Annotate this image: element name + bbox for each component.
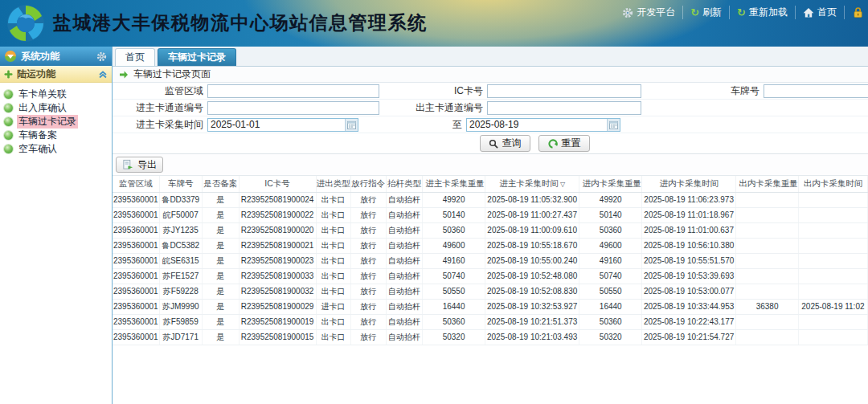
table-row-6[interactable]: 2395360001苏F59228是R239525081900032出卡口放行自… — [113, 284, 868, 299]
table-cell: 2025-08-19 10:52:08.830 — [485, 284, 579, 299]
table-cell — [736, 222, 799, 238]
table-cell: 50360 — [423, 222, 485, 238]
lock-icon — [852, 6, 864, 18]
calendar-icon[interactable] — [607, 119, 620, 131]
date-to-input[interactable] — [467, 119, 607, 131]
exit-channel-input[interactable] — [487, 101, 641, 115]
table-cell: 2025-08-19 11:00:27.437 — [485, 207, 579, 222]
table-cell: 放行 — [350, 207, 386, 222]
table-cell: 苏F59859 — [159, 314, 202, 329]
ic-card-input[interactable] — [487, 84, 641, 98]
panel-header: 车辆过卡记录页面 — [113, 67, 868, 83]
table-row-8[interactable]: 2395360001苏F59859是R239525081900019出卡口放行自… — [113, 314, 868, 329]
reload-link[interactable]: ↻ 重新加载 — [730, 6, 796, 19]
regulation-area-input[interactable] — [207, 84, 379, 98]
table-cell: 2025-08-19 11:00:09.610 — [485, 222, 579, 238]
table-cell — [798, 207, 867, 222]
table-row-5[interactable]: 2395360001苏FE1527是R239525081900033出卡口放行自… — [113, 268, 868, 284]
refresh-link[interactable]: ↻ 刷新 — [683, 6, 730, 19]
table-cell: 出卡口 — [316, 314, 350, 329]
table-row-2[interactable]: 2395360001苏JY1235是R239525081900020出卡口放行自… — [113, 222, 868, 238]
reload-icon: ↻ — [737, 7, 746, 18]
column-header-2[interactable]: 是否备案 — [202, 176, 239, 192]
sidebar-item-label: 车卡单关联 — [17, 88, 68, 101]
table-cell: 2395360001 — [113, 299, 159, 314]
sidebar-item-0[interactable]: 车卡单关联 — [4, 88, 112, 101]
sidebar-item-1[interactable]: 出入库确认 — [4, 101, 112, 115]
menu-bullet-icon — [4, 90, 13, 99]
table-row-4[interactable]: 2395360001皖SE6315是R239525081900023出卡口放行自… — [113, 253, 868, 268]
export-icon — [122, 159, 133, 170]
table-cell: 出卡口 — [316, 238, 350, 253]
app-title: 盐城港大丰保税物流中心场站信息管理系统 — [53, 10, 428, 35]
tab-bar: 首页 车辆过卡记录 — [113, 47, 868, 67]
calendar-icon[interactable] — [345, 119, 358, 131]
table-cell — [736, 238, 799, 253]
table-cell: 50320 — [423, 329, 485, 345]
column-header-5[interactable]: 放行指令 — [350, 176, 386, 192]
tab-vehicle-pass-records[interactable]: 车辆过卡记录 — [158, 48, 236, 66]
table-cell: 49600 — [579, 238, 642, 253]
column-header-4[interactable]: 进出类型 — [316, 176, 350, 192]
table-cell: R239525081900024 — [239, 192, 316, 207]
table-cell: 2025-08-19 11:06:23.973 — [641, 192, 735, 207]
reset-button[interactable]: 重置 — [538, 135, 590, 152]
entry-channel-input[interactable] — [207, 101, 379, 115]
app-window: 盐城港大丰保税物流中心场站信息管理系统 开发平台 ↻ 刷新 ↻ 重新加载 — [0, 0, 868, 404]
collapse-chevrons-icon[interactable] — [98, 71, 108, 79]
table-cell: 2395360001 — [113, 222, 159, 238]
panel-title: 车辆过卡记录页面 — [133, 67, 211, 81]
sidebar-item-2[interactable]: 车辆过卡记录 — [4, 115, 112, 129]
table-cell: 自动抬杆 — [386, 238, 423, 253]
column-header-3[interactable]: IC卡号 — [239, 176, 316, 192]
column-header-8[interactable]: 进主卡采集时间 ▽ — [485, 176, 579, 192]
field-label-plate-number: 车牌号 — [641, 84, 764, 98]
table-cell: 放行 — [350, 329, 386, 345]
table-cell: 2025-08-19 11:05:32.900 — [485, 192, 579, 207]
table-row-7[interactable]: 2395360001苏JM9990是R239525081900029进卡口放行自… — [113, 299, 868, 314]
export-button[interactable]: 导出 — [116, 157, 163, 173]
sidebar: 系统功能 陆运功能 车卡单关联出入库确认车辆过卡记录车辆备案空车确认 — [0, 47, 113, 404]
table-cell: 50320 — [579, 329, 642, 345]
table-cell: 放行 — [350, 268, 386, 284]
table-cell: 自动抬杆 — [386, 284, 423, 299]
undo-arrow-icon — [547, 139, 558, 149]
sidebar-header[interactable]: 系统功能 — [0, 47, 112, 66]
table-cell: 皖F50007 — [159, 207, 202, 222]
table-cell: 苏JD7171 — [159, 329, 202, 345]
column-header-1[interactable]: 车牌号 — [159, 176, 202, 192]
plate-number-input[interactable] — [764, 84, 868, 98]
sidebar-item-4[interactable]: 空车确认 — [4, 142, 112, 156]
table-row-3[interactable]: 2395360001鲁DC5382是R239525081900021出卡口放行自… — [113, 238, 868, 253]
table-cell: R239525081900022 — [239, 207, 316, 222]
field-label-entry-channel: 进主卡通道编号 — [113, 101, 207, 115]
sidebar-gear-icon[interactable] — [96, 51, 107, 62]
column-header-7[interactable]: 进主卡采集重量 — [423, 176, 485, 192]
plus-leaf-icon — [4, 70, 13, 79]
tab-home[interactable]: 首页 — [115, 48, 155, 66]
table-cell: 2395360001 — [113, 238, 159, 253]
column-header-10[interactable]: 进内卡采集时间 — [641, 176, 735, 192]
logout-link[interactable] — [845, 6, 868, 18]
sidebar-group-landtransport[interactable]: 陆运功能 — [0, 66, 112, 83]
dropdown-circle-icon — [5, 51, 16, 62]
column-header-12[interactable]: 出内卡采集时间 — [798, 176, 867, 192]
table-cell: 鲁DC5382 — [159, 238, 202, 253]
table-cell: 出卡口 — [316, 192, 350, 207]
column-header-6[interactable]: 抬杆类型 — [386, 176, 423, 192]
sidebar-item-3[interactable]: 车辆备案 — [4, 129, 112, 142]
home-link[interactable]: 首页 — [796, 6, 845, 19]
table-cell — [736, 284, 799, 299]
date-from-input[interactable] — [208, 119, 345, 131]
query-button[interactable]: 查询 — [480, 135, 530, 152]
table-cell: 50360 — [579, 222, 642, 238]
field-label-collect-time-from: 进主卡采集时间 — [113, 118, 207, 132]
column-header-0[interactable]: 监管区域 — [113, 176, 159, 192]
table-cell: R239525081900021 — [239, 238, 316, 253]
table-row-0[interactable]: 2395360001鲁DD3379是R239525081900024出卡口放行自… — [113, 192, 868, 207]
column-header-11[interactable]: 出内卡采集重量 — [736, 176, 799, 192]
table-row-1[interactable]: 2395360001皖F50007是R239525081900022出卡口放行自… — [113, 207, 868, 222]
devplatform-link[interactable]: 开发平台 — [615, 6, 683, 19]
table-row-9[interactable]: 2395360001苏JD7171是R239525081900015出卡口放行自… — [113, 329, 868, 345]
column-header-9[interactable]: 进内卡采集重量 — [579, 176, 642, 192]
